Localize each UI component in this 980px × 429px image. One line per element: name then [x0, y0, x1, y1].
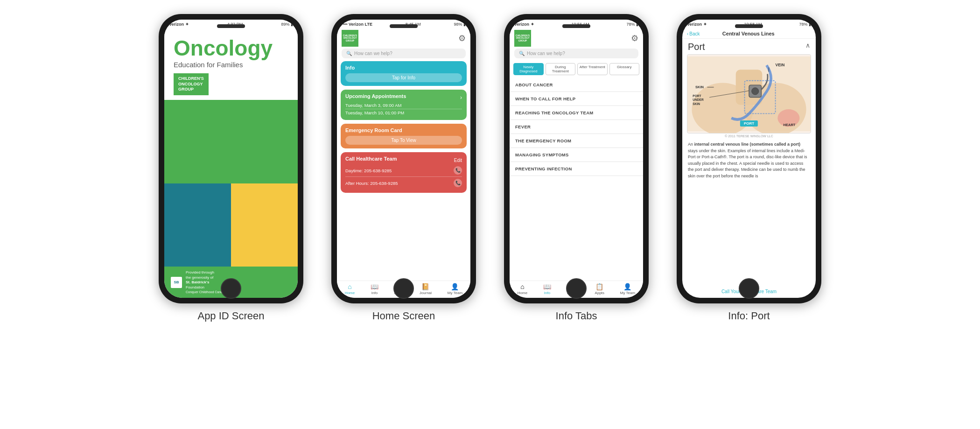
list-item-5[interactable]: MANAGING SYMPTOMS [510, 148, 643, 162]
afterhours-call-icon[interactable]: 📞 [454, 179, 462, 187]
cog-text-info: CHILDREN'SONCOLOGYGROUP [516, 35, 530, 42]
port-header: ‹ Back Central Venous Lines [682, 28, 816, 39]
appointments-card[interactable]: Upcoming Appointments › Tuesday, March 3… [341, 90, 467, 120]
phones-container: Verizon ✦ 4:32 PM 89% ▮ Oncology Educati… [159, 14, 821, 322]
app-title: Oncology [174, 37, 288, 59]
tab-newly-diagnosed[interactable]: Newly Diagnosed [513, 63, 544, 75]
phone-3: Verizon ✦ 10:56 AM 78% ▮ CHILDREN'SONCOL… [504, 14, 649, 303]
myteam-label-info: My Team [620, 291, 635, 295]
phone-wrapper-1: Verizon ✦ 4:32 PM 89% ▮ Oncology Educati… [159, 14, 303, 322]
footer-line2: the generosity of [186, 275, 225, 280]
port-caption: © 2011 TERESE WINSLOW LLC [687, 134, 811, 138]
list-item-2[interactable]: REACHING THE ONCOLOGY TEAM [510, 106, 643, 120]
search-bar-info[interactable]: 🔍 How can we help? [514, 49, 638, 58]
list-item-1[interactable]: WHEN TO CALL FOR HELP [510, 92, 643, 106]
tab-during-treatment[interactable]: During Treatment [546, 63, 576, 75]
nav-home-info[interactable]: ⌂ Home [518, 283, 527, 295]
call-team-title: Call Healthcare Team [345, 156, 397, 162]
journal-nav-icon: 📔 [421, 283, 429, 290]
list-item-0[interactable]: ABOUT CANCER [510, 78, 643, 92]
svg-text:VEIN: VEIN [776, 63, 785, 67]
nav-info[interactable]: 📖 Info [371, 283, 378, 295]
appts-icon-info: 📋 [595, 283, 603, 290]
cog-logo-info: CHILDREN'SONCOLOGYGROUP [514, 30, 531, 47]
phone-label-3: Info Tabs [556, 310, 597, 322]
back-button[interactable]: ‹ Back [687, 31, 700, 36]
afterhours-row: After Hours: 205-638-9285 📞 [345, 177, 462, 189]
color-yellow [231, 183, 298, 267]
status-time-4: 10:58 AM [744, 22, 762, 27]
tab-glossary[interactable]: Glossary [609, 63, 640, 75]
call-team-edit[interactable]: Edit [454, 158, 462, 163]
list-item-3[interactable]: FEVER [510, 120, 643, 134]
screen1-body: Oncology Education for Families CHILDREN… [164, 28, 298, 298]
nav-myteam[interactable]: 👤 My Team [448, 283, 462, 295]
info-label-info: Info [544, 291, 550, 295]
status-bar-3: Verizon ✦ 10:56 AM 78% ▮ [510, 20, 643, 28]
port-description: An internal central venous line (sometim… [682, 139, 816, 287]
daytime-row: Daytime: 205-638-9285 📞 [345, 164, 462, 177]
home-button-2[interactable] [393, 278, 414, 299]
apt-card-title: Upcoming Appointments [345, 93, 406, 99]
status-right-1: 89% ▮ [281, 22, 293, 27]
screen4-inner: Verizon ✦ 10:58 AM 78% ▮ ‹ Back Central … [682, 20, 816, 298]
er-card-btn[interactable]: Tap To View [345, 136, 462, 145]
screen1-inner: Verizon ✦ 4:32 PM 89% ▮ Oncology Educati… [164, 20, 298, 298]
myteam-nav-label: My Team [448, 291, 462, 295]
home-button-3[interactable] [566, 278, 587, 299]
nav-home[interactable]: ⌂ Home [345, 283, 355, 295]
info-card-title: Info [345, 65, 462, 70]
screen1-top: Oncology Education for Families CHILDREN… [164, 28, 298, 100]
journal-nav-label: Journal [420, 291, 432, 295]
port-image-area: VEIN SKIN PORT UNDER SKIN [687, 54, 811, 134]
list-item-4[interactable]: THE EMERGENCY ROOM [510, 134, 643, 148]
cog-line1: CHILDREN'S [178, 76, 204, 82]
phone-wrapper-2: •••• Verizon LTE 8:45 AM 98% ▮ CHILDREN'… [331, 14, 476, 322]
info-nav-label: Info [371, 291, 378, 295]
tab-after-treatment[interactable]: After Treatment [577, 63, 608, 75]
status-right-3: 78% ▮ [626, 22, 638, 27]
footer-line1: Provided through [186, 270, 225, 275]
port-header-title: Central Venous Lines [722, 31, 775, 36]
expand-icon[interactable]: ∧ [805, 42, 810, 49]
phone-label-4: Info: Port [728, 310, 770, 322]
info-card[interactable]: Info Tap for Info [341, 61, 467, 86]
gear-icon-info[interactable]: ⚙ [631, 33, 638, 43]
phone-2: •••• Verizon LTE 8:45 AM 98% ▮ CHILDREN'… [331, 14, 476, 303]
phone-wrapper-3: Verizon ✦ 10:56 AM 78% ▮ CHILDREN'SONCOL… [504, 14, 649, 322]
info-card-btn[interactable]: Tap for Info [345, 73, 462, 82]
apt-item-1: Tuesday, March 3, 09:00 AM [345, 102, 462, 109]
myteam-icon-info: 👤 [623, 283, 631, 290]
nav-myteam-info[interactable]: 👤 My Team [620, 283, 635, 295]
home-button-4[interactable] [739, 278, 759, 299]
nav-appts-info[interactable]: 📋 Appts [595, 283, 604, 295]
info-nav-icon: 📖 [371, 283, 378, 290]
cog-line3: GROUP [178, 87, 204, 92]
cog-line2: ONCOLOGY [178, 82, 204, 87]
call-team-card[interactable]: Call Healthcare Team Edit Daytime: 205-6… [341, 152, 467, 193]
er-card[interactable]: Emergency Room Card Tap To View [341, 124, 467, 148]
back-chevron-icon: ‹ [687, 31, 688, 36]
nav-info-info[interactable]: 📖 Info [543, 283, 551, 295]
svg-text:SKIN: SKIN [693, 102, 700, 105]
port-title: Port [688, 42, 810, 52]
phone-label-1: App ID Screen [197, 310, 264, 322]
phone-label-2: Home Screen [372, 310, 435, 322]
sb-badge: SB [171, 277, 182, 288]
home-button-1[interactable] [221, 278, 241, 299]
daytime-call-icon[interactable]: 📞 [454, 166, 462, 175]
afterhours-label: After Hours: 205-638-9285 [345, 181, 398, 186]
apt-arrow-icon: › [460, 94, 462, 101]
list-item-6[interactable]: PREVENTING INFECTION [510, 162, 643, 176]
myteam-nav-icon: 👤 [451, 283, 459, 290]
status-left-2: •••• Verizon LTE [342, 22, 372, 27]
color-green [164, 100, 298, 183]
home-nav-icon: ⌂ [348, 283, 351, 290]
search-bar-home[interactable]: 🔍 How can we help? [342, 49, 466, 58]
svg-text:HEART: HEART [784, 123, 796, 127]
apt-item-2: Tuesday, March 10, 01:00 PM [345, 109, 462, 116]
nav-journal[interactable]: 📔 Journal [420, 283, 432, 295]
home-icon-info: ⌂ [520, 283, 524, 290]
home-nav-label: Home [345, 291, 355, 295]
gear-icon[interactable]: ⚙ [458, 33, 466, 43]
